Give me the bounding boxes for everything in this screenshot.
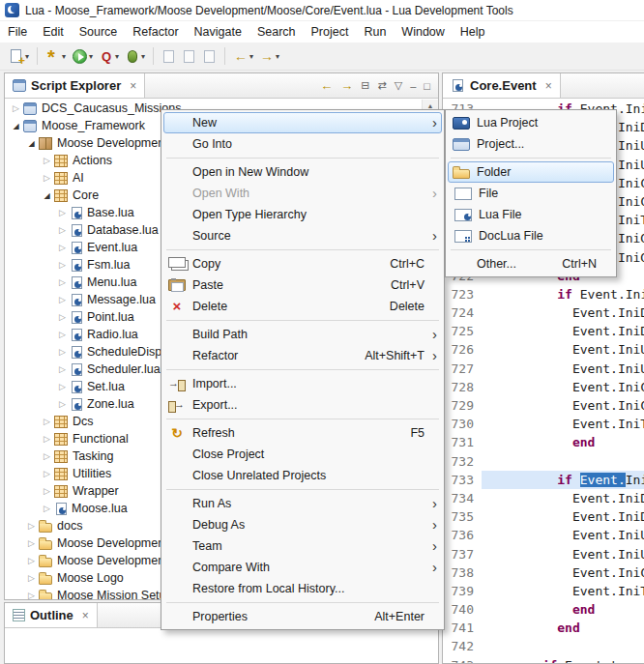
code-text[interactable]: Event.IniDCSUnitName = Event.IniDCSUnit:… [482,322,644,340]
context-menu-new[interactable]: New› [163,112,442,133]
code-text[interactable]: Event.IniDCSUnitName = Event.IniDCSUnit:… [482,507,644,526]
dropdown-arrow-icon[interactable]: ▾ [62,52,66,61]
menu-help[interactable]: Help [453,22,493,42]
context-menu-go-into[interactable]: Go Into [163,133,442,155]
code-line-735[interactable]: 735 Event.IniDCSUnitName = Event.IniDCSU… [443,507,644,526]
new-button[interactable]: ▾ [6,45,31,68]
expand-arrow-icon[interactable]: ▷ [55,382,70,391]
code-line-724[interactable]: 724 Event.IniDCSUnit = Event.initiator [443,303,644,322]
code-line-727[interactable]: 727 Event.IniUnit = STATIC:FindByName( E… [443,360,644,378]
expand-arrow-icon[interactable]: ▷ [55,364,70,374]
code-text[interactable]: if Event.target then [482,656,644,663]
context-menu-paste[interactable]: PasteCtrl+V [163,274,442,296]
collapse-all-icon[interactable]: ⊟ [361,79,369,92]
expand-arrow-icon[interactable]: ▷ [24,538,39,548]
run-button[interactable]: ▾ [70,45,95,68]
expand-arrow-icon[interactable]: ▷ [40,173,54,183]
expand-arrow-icon[interactable]: ▷ [40,504,54,513]
open-console-button[interactable] [180,45,198,68]
code-line-733[interactable]: 733 if Event.IniObjectCategory == Object… [443,471,644,489]
code-text[interactable]: end [482,433,644,451]
menu-search[interactable]: Search [249,22,304,42]
new-submenu-other[interactable]: Other...Ctrl+N [448,253,614,274]
context-menu-open-in-new-window[interactable]: Open in New Window [163,161,442,183]
context-menu-open-type-hierarchy[interactable]: Open Type Hierarchy [163,204,442,225]
close-icon[interactable]: × [130,79,136,93]
dropdown-arrow-icon[interactable]: ▾ [115,52,119,61]
code-text[interactable]: Event.IniUnit = STATIC:FindByName( Event… [482,360,644,378]
expand-arrow-icon[interactable]: ▷ [55,399,70,409]
back-button[interactable]: ←▾ [231,45,255,68]
menu-refactor[interactable]: Refactor [125,22,186,42]
expand-arrow-icon[interactable]: ▷ [55,347,70,357]
expand-arrow-icon[interactable]: ▷ [24,573,39,583]
expand-arrow-icon[interactable]: ▷ [55,260,70,270]
code-text[interactable] [482,452,644,471]
new-submenu-lua-file[interactable]: Lua File [448,204,614,225]
code-line-736[interactable]: 736 Event.IniUnitName = Event.IniDCSUnit… [443,526,644,544]
code-text[interactable]: if Event.IniObjectCategory == Object.Cat… [482,285,644,303]
code-text[interactable]: Event.IniDCSUnit = Event.initiator [482,489,644,507]
code-line-737[interactable]: 737 Event.IniUnit = SCENERY:Register( Ev… [443,545,644,563]
back-icon[interactable]: ← [320,78,333,93]
debug-button[interactable]: ▾ [123,45,147,68]
menu-project[interactable]: Project [304,22,357,42]
expand-arrow-icon[interactable]: ▷ [24,521,39,531]
expand-arrow-icon[interactable]: ▷ [40,486,54,496]
collapse-arrow-icon[interactable]: ◢ [40,191,54,200]
code-line-728[interactable]: 728 Event.IniCoalition = Event.IniDCSUni… [443,378,644,396]
code-text[interactable]: Event.IniUnitName = Event.IniDCSUnitName [482,340,644,359]
code-line-723[interactable]: 723 if Event.IniObjectCategory == Object… [443,285,644,303]
collapse-arrow-icon[interactable]: ◢ [24,139,39,148]
code-line-742[interactable]: 742 [443,637,644,655]
context-menu-run-as[interactable]: Run As› [163,493,442,514]
dropdown-arrow-icon[interactable]: ▾ [249,52,253,61]
code-line-743[interactable]: 743 if Event.target then [443,656,644,663]
tab-script-explorer[interactable]: Script Explorer × [5,73,145,98]
context-menu-compare-with[interactable]: Compare With› [163,557,442,578]
context-menu-team[interactable]: Team› [163,535,442,557]
expand-arrow-icon[interactable]: ▷ [55,277,70,287]
forward-button[interactable]: →▾ [257,45,281,68]
expand-arrow-icon[interactable]: ▷ [55,295,70,304]
code-text[interactable]: Event.IniTypeName = Event.IniDCSUnit:get… [482,582,644,600]
code-text[interactable]: if Event.IniObjectCategory == Object.Cat… [482,471,644,489]
code-line-734[interactable]: 734 Event.IniDCSUnit = Event.initiator [443,489,644,507]
dropdown-arrow-icon[interactable]: ▾ [141,52,145,61]
code-line-739[interactable]: 739 Event.IniTypeName = Event.IniDCSUnit… [443,582,644,600]
context-menu-build-path[interactable]: Build Path› [163,324,442,345]
menu-window[interactable]: Window [394,22,452,42]
code-text[interactable]: end [482,600,644,619]
expand-arrow-icon[interactable]: ▷ [55,208,70,217]
code-text[interactable]: Event.IniCoalition = Event.IniDCSUnit:ge… [482,378,644,396]
code-text[interactable]: Event.IniUnitName = Event.IniDCSUnitName [482,526,644,544]
close-icon[interactable]: × [545,79,552,93]
context-menu-delete[interactable]: DeleteDelete [163,296,442,317]
code-text[interactable]: Event.IniCategory = Event.IniDCSUnit:get… [482,563,644,582]
code-line-725[interactable]: 725 Event.IniDCSUnitName = Event.IniDCSU… [443,322,644,340]
menu-run[interactable]: Run [356,22,394,42]
new-submenu-lua-project[interactable]: Lua Project [448,112,614,133]
new-submenu-folder[interactable]: Folder [448,161,614,183]
expand-arrow-icon[interactable]: ▷ [55,312,70,322]
context-menu-export[interactable]: Export... [163,394,442,416]
code-line-729[interactable]: 729 Event.IniCategory = Event.IniDCSUnit… [443,396,644,415]
menu-navigate[interactable]: Navigate [187,22,249,42]
new-submenu-project[interactable]: Project... [448,133,614,155]
menu-file[interactable]: File [0,22,35,42]
code-line-732[interactable]: 732 [443,452,644,471]
minimize-icon[interactable]: – [410,80,416,92]
code-line-730[interactable]: 730 Event.IniTypeName = Event.IniDCSUnit… [443,415,644,433]
code-line-731[interactable]: 731 end [443,433,644,451]
forward-icon[interactable]: → [340,78,353,93]
maximize-icon[interactable]: □ [424,80,430,92]
code-text[interactable]: end [482,619,644,637]
expand-arrow-icon[interactable]: ▷ [40,434,54,444]
expand-arrow-icon[interactable]: ▷ [40,156,54,165]
collapse-arrow-icon[interactable]: ◢ [9,122,23,130]
code-line-740[interactable]: 740 end [443,600,644,619]
new-submenu-doclua-file[interactable]: DocLua File [448,225,614,246]
tab-outline[interactable]: Outline × [5,603,98,627]
context-menu-open-with[interactable]: Open With› [163,183,442,204]
tab-core-event[interactable]: Core.Event × [443,73,561,98]
